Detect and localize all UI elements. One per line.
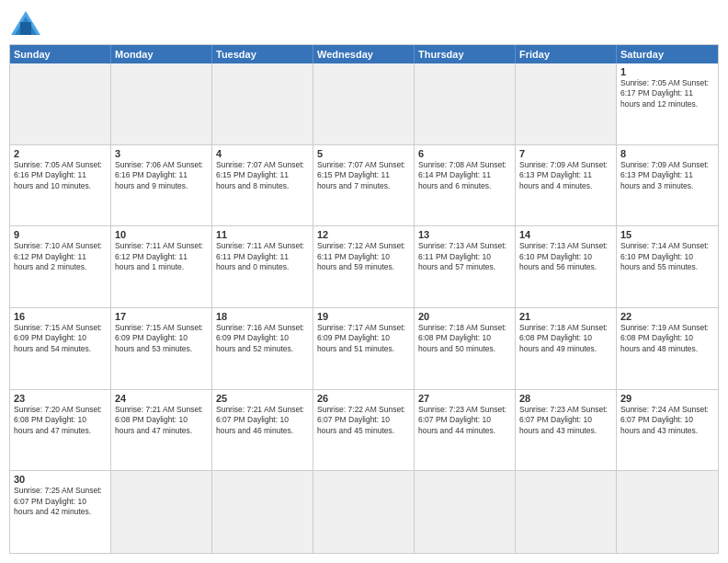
date-number: 4 [216,148,309,159]
calendar-cell: 18Sunrise: 7:16 AM Sunset: 6:09 PM Dayli… [212,308,313,390]
date-number: 5 [317,148,410,159]
cell-info: Sunrise: 7:07 AM Sunset: 6:15 PM Dayligh… [216,160,309,191]
cell-info: Sunrise: 7:17 AM Sunset: 6:09 PM Dayligh… [317,323,410,354]
cell-info: Sunrise: 7:12 AM Sunset: 6:11 PM Dayligh… [317,241,410,272]
calendar-cell: 10Sunrise: 7:11 AM Sunset: 6:12 PM Dayli… [111,226,212,308]
date-number: 9 [14,229,107,240]
day-header-tuesday: Tuesday [212,45,313,63]
calendar-cell [313,63,415,145]
calendar-cell: 23Sunrise: 7:20 AM Sunset: 6:08 PM Dayli… [10,390,111,472]
calendar-cell: 24Sunrise: 7:21 AM Sunset: 6:08 PM Dayli… [111,390,212,472]
date-number: 28 [519,393,612,404]
cell-info: Sunrise: 7:14 AM Sunset: 6:10 PM Dayligh… [620,241,714,272]
date-number: 8 [620,148,714,159]
calendar-cell: 12Sunrise: 7:12 AM Sunset: 6:11 PM Dayli… [313,226,415,308]
header [9,9,719,37]
cell-info: Sunrise: 7:25 AM Sunset: 6:07 PM Dayligh… [14,486,107,517]
calendar-cell: 26Sunrise: 7:22 AM Sunset: 6:07 PM Dayli… [313,390,415,472]
cell-info: Sunrise: 7:21 AM Sunset: 6:08 PM Dayligh… [115,405,208,436]
calendar: SundayMondayTuesdayWednesdayThursdayFrid… [9,44,719,554]
date-number: 18 [216,311,309,322]
calendar-cell: 2Sunrise: 7:05 AM Sunset: 6:16 PM Daylig… [10,145,111,227]
date-number: 25 [216,393,309,404]
calendar-cell [212,471,313,553]
svg-rect-2 [20,22,31,35]
calendar-cell: 9Sunrise: 7:10 AM Sunset: 6:12 PM Daylig… [10,226,111,308]
calendar-cell: 7Sunrise: 7:09 AM Sunset: 6:13 PM Daylig… [516,145,617,227]
calendar-cell [516,471,617,553]
calendar-cell: 13Sunrise: 7:13 AM Sunset: 6:11 PM Dayli… [415,226,516,308]
calendar-cell: 8Sunrise: 7:09 AM Sunset: 6:13 PM Daylig… [617,145,718,227]
day-header-friday: Friday [516,45,617,63]
date-number: 22 [620,311,714,322]
cell-info: Sunrise: 7:11 AM Sunset: 6:12 PM Dayligh… [115,241,208,272]
date-number: 30 [14,474,107,485]
calendar-cell: 17Sunrise: 7:15 AM Sunset: 6:09 PM Dayli… [111,308,212,390]
cell-info: Sunrise: 7:13 AM Sunset: 6:11 PM Dayligh… [418,241,511,272]
calendar-cell: 6Sunrise: 7:08 AM Sunset: 6:14 PM Daylig… [415,145,516,227]
date-number: 19 [317,311,410,322]
logo [9,9,46,37]
cell-info: Sunrise: 7:20 AM Sunset: 6:08 PM Dayligh… [14,405,107,436]
calendar-cell: 21Sunrise: 7:18 AM Sunset: 6:08 PM Dayli… [516,308,617,390]
cell-info: Sunrise: 7:19 AM Sunset: 6:08 PM Dayligh… [620,323,714,354]
calendar-cell: 28Sunrise: 7:23 AM Sunset: 6:07 PM Dayli… [516,390,617,472]
date-number: 1 [620,66,714,77]
calendar-cell [111,63,212,145]
cell-info: Sunrise: 7:09 AM Sunset: 6:13 PM Dayligh… [620,160,714,191]
cell-info: Sunrise: 7:06 AM Sunset: 6:16 PM Dayligh… [115,160,208,191]
day-header-saturday: Saturday [617,45,718,63]
calendar-cell: 5Sunrise: 7:07 AM Sunset: 6:15 PM Daylig… [313,145,415,227]
cell-info: Sunrise: 7:18 AM Sunset: 6:08 PM Dayligh… [519,323,612,354]
calendar-cell [516,63,617,145]
date-number: 20 [418,311,511,322]
cell-info: Sunrise: 7:23 AM Sunset: 6:07 PM Dayligh… [418,405,511,436]
date-number: 27 [418,393,511,404]
date-number: 7 [519,148,612,159]
cell-info: Sunrise: 7:08 AM Sunset: 6:14 PM Dayligh… [418,160,511,191]
date-number: 16 [14,311,107,322]
date-number: 11 [216,229,309,240]
calendar-cell: 3Sunrise: 7:06 AM Sunset: 6:16 PM Daylig… [111,145,212,227]
cell-info: Sunrise: 7:21 AM Sunset: 6:07 PM Dayligh… [216,405,309,436]
date-number: 29 [620,393,714,404]
cell-info: Sunrise: 7:05 AM Sunset: 6:17 PM Dayligh… [620,78,714,109]
cell-info: Sunrise: 7:22 AM Sunset: 6:07 PM Dayligh… [317,405,410,436]
date-number: 21 [519,311,612,322]
date-number: 12 [317,229,410,240]
calendar-cell: 22Sunrise: 7:19 AM Sunset: 6:08 PM Dayli… [617,308,718,390]
calendar-grid: 1Sunrise: 7:05 AM Sunset: 6:17 PM Daylig… [10,63,718,553]
calendar-cell: 15Sunrise: 7:14 AM Sunset: 6:10 PM Dayli… [617,226,718,308]
calendar-cell: 19Sunrise: 7:17 AM Sunset: 6:09 PM Dayli… [313,308,415,390]
cell-info: Sunrise: 7:24 AM Sunset: 6:07 PM Dayligh… [620,405,714,436]
calendar-cell: 20Sunrise: 7:18 AM Sunset: 6:08 PM Dayli… [415,308,516,390]
page: SundayMondayTuesdayWednesdayThursdayFrid… [0,0,728,563]
calendar-cell [313,471,415,553]
cell-info: Sunrise: 7:07 AM Sunset: 6:15 PM Dayligh… [317,160,410,191]
day-header-monday: Monday [111,45,212,63]
date-number: 23 [14,393,107,404]
cell-info: Sunrise: 7:23 AM Sunset: 6:07 PM Dayligh… [519,405,612,436]
day-headers: SundayMondayTuesdayWednesdayThursdayFrid… [10,45,718,63]
cell-info: Sunrise: 7:15 AM Sunset: 6:09 PM Dayligh… [14,323,107,354]
calendar-cell [415,63,516,145]
date-number: 2 [14,148,107,159]
calendar-cell [415,471,516,553]
day-header-thursday: Thursday [415,45,516,63]
date-number: 15 [620,229,714,240]
date-number: 13 [418,229,511,240]
cell-info: Sunrise: 7:18 AM Sunset: 6:08 PM Dayligh… [418,323,511,354]
calendar-cell [212,63,313,145]
calendar-cell [617,471,718,553]
cell-info: Sunrise: 7:09 AM Sunset: 6:13 PM Dayligh… [519,160,612,191]
date-number: 3 [115,148,208,159]
calendar-cell: 27Sunrise: 7:23 AM Sunset: 6:07 PM Dayli… [415,390,516,472]
date-number: 10 [115,229,208,240]
day-header-sunday: Sunday [10,45,111,63]
cell-info: Sunrise: 7:11 AM Sunset: 6:11 PM Dayligh… [216,241,309,272]
cell-info: Sunrise: 7:16 AM Sunset: 6:09 PM Dayligh… [216,323,309,354]
date-number: 6 [418,148,511,159]
calendar-cell: 11Sunrise: 7:11 AM Sunset: 6:11 PM Dayli… [212,226,313,308]
cell-info: Sunrise: 7:13 AM Sunset: 6:10 PM Dayligh… [519,241,612,272]
cell-info: Sunrise: 7:15 AM Sunset: 6:09 PM Dayligh… [115,323,208,354]
